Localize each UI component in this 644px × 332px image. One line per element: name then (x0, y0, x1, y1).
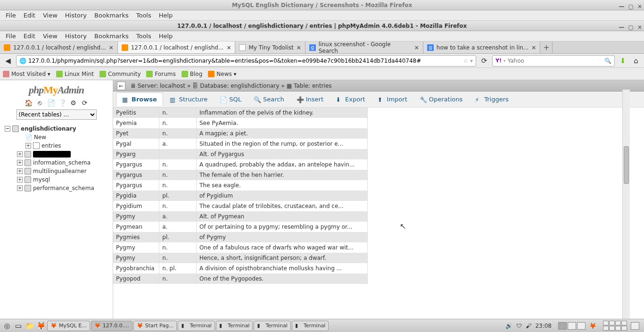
menu-tools[interactable]: Tools (133, 32, 154, 41)
workspace-2[interactable] (568, 322, 576, 330)
new-tab-button[interactable]: + (540, 42, 553, 53)
menu-file[interactable]: File (3, 32, 19, 41)
tab-5[interactable]: g how to take a screenshot in lin... × (423, 42, 541, 53)
expand-icon[interactable]: + (17, 177, 23, 183)
table-row[interactable]: Pygargusn.The sea eagle. (113, 180, 368, 191)
workspace-1[interactable] (558, 322, 567, 330)
files-icon[interactable]: 📁 (25, 321, 35, 331)
vertical-scrollbar[interactable] (622, 90, 630, 319)
tab-import[interactable]: ⬆Import (372, 93, 413, 106)
tree-db-multilinguallearner[interactable]: +multilinguallearner (3, 167, 110, 175)
docs-icon[interactable]: ❔ (58, 99, 66, 107)
table-row[interactable]: Pygobranchian. pl.A division of opisthob… (113, 263, 368, 274)
expand-icon[interactable]: + (25, 143, 31, 149)
bookmark-news[interactable]: News ▾ (208, 71, 236, 77)
clock[interactable]: 23:08 (535, 323, 552, 329)
download-icon[interactable]: ⬇ (618, 56, 628, 66)
bookmark-most-visited[interactable]: Most Visited ▾ (3, 71, 50, 77)
crumb-table[interactable]: Table: entries (294, 83, 331, 89)
settings-icon[interactable]: ⚙ (70, 99, 77, 107)
close-icon[interactable]: × (109, 44, 114, 51)
bg-maximize-button[interactable]: ▢ (628, 1, 634, 12)
taskbar-item[interactable]: ▮Terminal (292, 321, 329, 331)
tab-triggers[interactable]: ⚡Triggers (469, 93, 514, 106)
table-row[interactable]: PygargAlt. of Pygargus (113, 149, 368, 159)
tab-4[interactable]: g linux screenshot - Google Search × (305, 42, 423, 53)
tab-browse[interactable]: ▦Browse (116, 92, 163, 106)
tab-insert[interactable]: ➕Insert (291, 93, 329, 106)
table-row[interactable]: Pygargusn.A quadruped, probably the adda… (113, 159, 368, 170)
home-icon[interactable]: ⌂ (631, 56, 641, 66)
bookmark-community[interactable]: Community (99, 71, 140, 77)
taskbar-item[interactable]: 🦊Start Pag... (133, 321, 177, 331)
url-input[interactable] (28, 58, 461, 64)
crumb-server[interactable]: Server: localhost (138, 83, 185, 89)
tab-search[interactable]: 🔍Search (248, 93, 290, 106)
nav-back-button[interactable]: ← (117, 82, 125, 90)
reload-icon[interactable]: ⟳ (81, 99, 89, 107)
table-row[interactable]: Pygmyn.One of a fabulous race of dwarfs … (113, 242, 368, 253)
logout-icon[interactable]: ⎋ (36, 99, 43, 107)
bg-close-button[interactable]: ✕ (637, 1, 642, 12)
workspace-extra[interactable] (631, 322, 639, 330)
tab-1[interactable]: 127.0.0.1 / localhost / englishd... × (0, 42, 118, 53)
menu-tools[interactable]: Tools (133, 11, 154, 20)
menu-help[interactable]: Help (156, 32, 176, 41)
workspace-3[interactable] (577, 322, 586, 330)
tab-sql[interactable]: 📄SQL (214, 93, 247, 106)
minimize-button[interactable]: — (619, 22, 625, 33)
menu-file[interactable]: File (3, 11, 19, 20)
firefox-tray-icon[interactable]: 🦊 (589, 323, 596, 329)
tree-db-englishdictionary[interactable]: −englishdictionary (3, 124, 110, 133)
tab-3[interactable]: My Tiny Todolist × (235, 42, 305, 53)
start-menu-button[interactable]: ◎ (2, 321, 12, 331)
close-icon[interactable]: × (226, 44, 231, 51)
search-icon[interactable]: 🔍 (604, 58, 611, 64)
menu-history[interactable]: History (62, 11, 90, 20)
sql-icon[interactable]: 📄 (47, 99, 55, 107)
menu-help[interactable]: Help (156, 11, 176, 20)
brush-icon[interactable]: 🖌 (526, 323, 531, 329)
menu-view[interactable]: View (40, 11, 60, 20)
table-row[interactable]: Pygmiespl.of Pygmy (113, 232, 368, 242)
taskbar-item[interactable]: ▮Terminal (216, 321, 253, 331)
tree-table-entries[interactable]: +entries (3, 141, 110, 150)
table-row[interactable]: Pyemian.See PyAemia. (113, 118, 368, 128)
shield-icon[interactable]: 🛡 (516, 323, 522, 329)
dropdown-icon[interactable]: ▾ (470, 58, 473, 64)
taskbar-item[interactable]: 🦊MySQL E... (47, 321, 90, 331)
close-icon[interactable]: × (414, 44, 419, 51)
tab-operations[interactable]: 🔧Operations (414, 93, 468, 106)
table-row[interactable]: Pyetn.A magpie; a piet. (113, 128, 368, 139)
scrollbar-thumb[interactable] (624, 146, 629, 184)
tab-export[interactable]: ⬇Export (330, 93, 371, 106)
close-icon[interactable]: × (297, 44, 301, 51)
close-button[interactable]: ✕ (637, 22, 642, 33)
menu-bookmarks[interactable]: Bookmarks (91, 32, 132, 41)
search-box[interactable]: Y! ▾ 🔍 (492, 55, 615, 66)
search-dropdown-icon[interactable]: ▾ (504, 58, 506, 63)
table-row[interactable]: Pygidiapl.of Pygidium (113, 191, 368, 201)
crumb-database[interactable]: Database: englishdictionary (200, 83, 279, 89)
table-row[interactable]: Pygala.Situated in the region of the rum… (113, 139, 368, 149)
table-row[interactable]: Pygmyn.Hence, a short, insignificant per… (113, 253, 368, 263)
table-row[interactable]: Pygopodn.One of the Pygopodes. (113, 274, 368, 284)
reload-button[interactable]: ⟳ (479, 56, 489, 66)
volume-icon[interactable]: 🔊 (505, 323, 512, 329)
recent-tables-select[interactable]: (Recent tables) ... (17, 109, 97, 120)
show-desktop-icon[interactable]: ▭ (13, 321, 24, 331)
collapse-icon[interactable]: − (5, 126, 10, 132)
tree-db-information-schema[interactable]: +information_schema (3, 158, 110, 167)
tree-new[interactable]: 📄New (3, 133, 110, 141)
tab-structure[interactable]: ▥Structure (164, 93, 213, 106)
tab-2[interactable]: 127.0.0.1 / localhost / englishd... × (118, 42, 236, 53)
tree-db-mysql[interactable]: +mysql (3, 175, 110, 184)
tree-db-performance-schema[interactable]: +performance_schema (3, 184, 110, 192)
bg-minimize-button[interactable]: — (619, 1, 625, 12)
table-row[interactable]: Pygargusn.The female of the hen harrier. (113, 170, 368, 180)
maximize-button[interactable]: ▢ (628, 22, 634, 33)
workspace-switcher-2[interactable] (603, 321, 627, 331)
url-bar[interactable]: 🌐 ☆ ▾ (16, 55, 476, 66)
menu-edit[interactable]: Edit (21, 32, 38, 41)
back-button[interactable]: ◀ (3, 56, 13, 66)
